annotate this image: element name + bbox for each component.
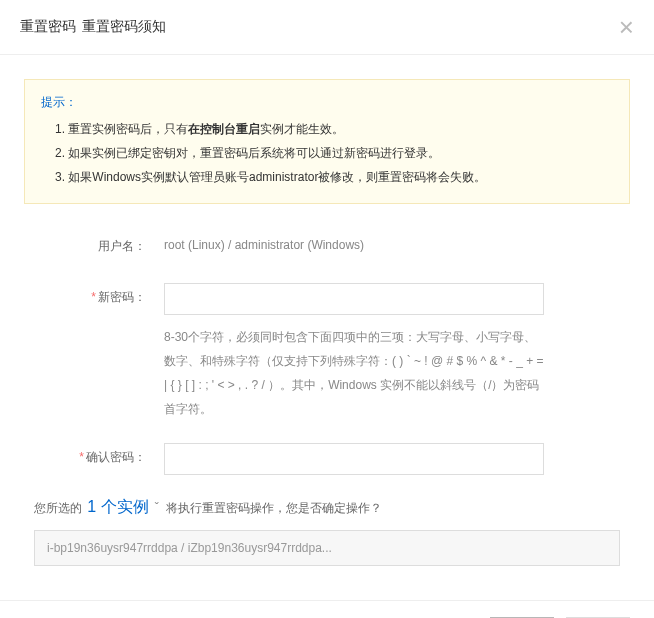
- modal-title-main: 重置密码: [20, 18, 76, 36]
- modal-body: 提示： 1. 重置实例密码后，只有在控制台重启实例才能生效。 2. 如果实例已绑…: [0, 55, 654, 600]
- summary-line: 您所选的 1 个实例ˇ 将执行重置密码操作，您是否确定操作？: [34, 497, 620, 518]
- summary-prefix: 您所选的: [34, 501, 85, 515]
- confirm-password-input[interactable]: [164, 443, 544, 475]
- row-username: 用户名： root (Linux) / administrator (Windo…: [34, 232, 620, 255]
- new-password-label: 新密码：: [34, 283, 164, 421]
- instance-id-box: i-bp19n36uysr947rrddpa / iZbp19n36uysr94…: [34, 530, 620, 566]
- row-confirm-password: 确认密码：: [34, 443, 620, 475]
- modal-header: 重置密码 重置密码须知 ×: [0, 0, 654, 55]
- summary: 您所选的 1 个实例ˇ 将执行重置密码操作，您是否确定操作？ i-bp19n36…: [24, 497, 630, 580]
- instance-count-link[interactable]: 1 个实例: [87, 498, 148, 515]
- notice-item: 2. 如果实例已绑定密钥对，重置密码后系统将可以通过新密码进行登录。: [55, 141, 613, 165]
- confirm-password-field-wrap: [164, 443, 620, 475]
- modal-footer: 提交 取消: [0, 600, 654, 618]
- reset-password-modal: 重置密码 重置密码须知 × 提示： 1. 重置实例密码后，只有在控制台重启实例才…: [0, 0, 654, 618]
- chevron-up-icon[interactable]: ˇ: [155, 501, 159, 515]
- new-password-field-wrap: 8-30个字符，必须同时包含下面四项中的三项：大写字母、小写字母、数字、和特殊字…: [164, 283, 620, 421]
- notice-item: 1. 重置实例密码后，只有在控制台重启实例才能生效。: [55, 117, 613, 141]
- notice-list: 1. 重置实例密码后，只有在控制台重启实例才能生效。 2. 如果实例已绑定密钥对…: [41, 117, 613, 189]
- form: 用户名： root (Linux) / administrator (Windo…: [24, 232, 630, 475]
- username-label: 用户名：: [34, 232, 164, 255]
- new-password-hint: 8-30个字符，必须同时包含下面四项中的三项：大写字母、小写字母、数字、和特殊字…: [164, 325, 544, 421]
- modal-title-sub: 重置密码须知: [82, 18, 166, 36]
- row-new-password: 新密码： 8-30个字符，必须同时包含下面四项中的三项：大写字母、小写字母、数字…: [34, 283, 620, 421]
- confirm-password-label: 确认密码：: [34, 443, 164, 475]
- new-password-input[interactable]: [164, 283, 544, 315]
- username-value: root (Linux) / administrator (Windows): [164, 232, 620, 255]
- notice-box: 提示： 1. 重置实例密码后，只有在控制台重启实例才能生效。 2. 如果实例已绑…: [24, 79, 630, 204]
- notice-title: 提示：: [41, 94, 613, 111]
- close-icon[interactable]: ×: [619, 14, 634, 40]
- notice-item: 3. 如果Windows实例默认管理员账号administrator被修改，则重…: [55, 165, 613, 189]
- summary-suffix: 将执行重置密码操作，您是否确定操作？: [163, 501, 382, 515]
